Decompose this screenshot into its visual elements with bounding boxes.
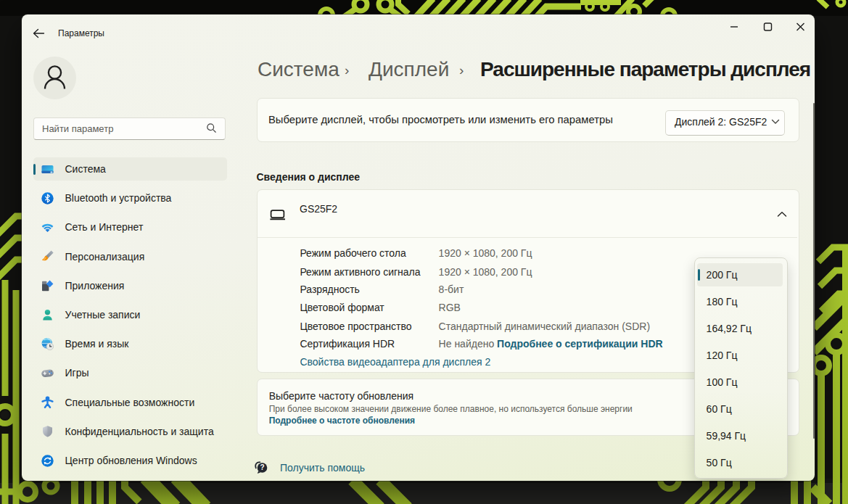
svg-text:?: ? — [260, 463, 264, 471]
